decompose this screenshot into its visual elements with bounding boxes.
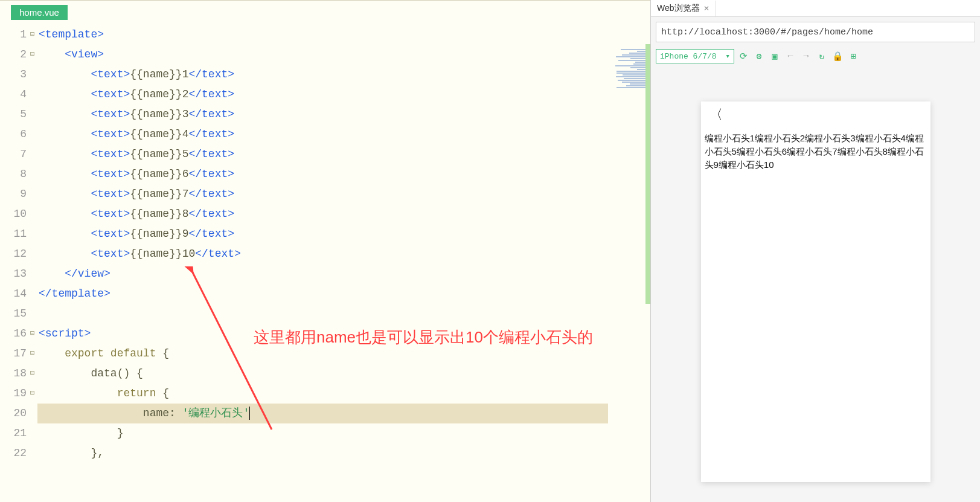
line-number: 9 xyxy=(0,184,29,204)
minimap[interactable] xyxy=(608,20,650,502)
line-number: 19 xyxy=(0,384,29,404)
line-number: 21 xyxy=(0,423,29,443)
code-line[interactable]: <text>{{name}}1</text> xyxy=(37,65,608,85)
chevron-down-icon: ▾ xyxy=(725,51,730,61)
line-number: 18 xyxy=(0,364,29,384)
editor-tab-bar: home.vue xyxy=(0,1,650,20)
code-line[interactable]: name: '编程小石头' xyxy=(37,404,608,423)
url-input[interactable]: http://localhost:3000/#/pages/home/home xyxy=(656,22,975,42)
code-editor-panel: home.vue 1234567891011121314151617181920… xyxy=(0,0,650,502)
code-line[interactable]: data() { xyxy=(37,364,608,384)
device-select-label: iPhone 6/7/8 xyxy=(660,52,717,61)
line-number: 12 xyxy=(0,244,29,264)
preview-area: 〈 编程小石头1编程小石头2编程小石头3编程小石头4编程小石头5编程小石头6编程… xyxy=(651,65,980,502)
code-line[interactable]: </view> xyxy=(37,264,608,284)
settings-icon[interactable]: ⚙ xyxy=(752,50,766,63)
line-number: 5 xyxy=(0,105,29,124)
code-line[interactable]: }, xyxy=(37,443,608,463)
code-line[interactable]: } xyxy=(37,423,608,443)
fold-marker[interactable]: ⊟ xyxy=(29,384,37,404)
fold-marker[interactable] xyxy=(29,304,37,324)
line-number: 14 xyxy=(0,284,29,304)
code-line[interactable]: <text>{{name}}4</text> xyxy=(37,124,608,144)
editor-tab-active[interactable]: home.vue xyxy=(11,5,68,20)
code-line[interactable]: <view> xyxy=(37,45,608,65)
fold-marker[interactable] xyxy=(29,105,37,124)
line-number: 11 xyxy=(0,224,29,244)
fold-marker[interactable]: ⊟ xyxy=(29,364,37,384)
fold-marker[interactable] xyxy=(29,244,37,264)
code-content[interactable]: <template> <view> <text>{{name}}1</text>… xyxy=(37,20,608,502)
preview-content: 编程小石头1编程小石头2编程小石头3编程小石头4编程小石头5编程小石头6编程小石… xyxy=(701,128,930,175)
fold-marker[interactable] xyxy=(29,404,37,423)
lock-icon[interactable]: 🔒 xyxy=(831,50,844,63)
back-icon[interactable]: ← xyxy=(784,50,797,63)
code-line[interactable]: <text>{{name}}9</text> xyxy=(37,224,608,244)
code-line[interactable]: <template> xyxy=(37,25,608,45)
fold-marker[interactable] xyxy=(29,124,37,144)
line-number: 17 xyxy=(0,344,29,364)
fold-marker[interactable] xyxy=(29,443,37,463)
line-number: 20 xyxy=(0,404,29,423)
fold-marker[interactable] xyxy=(29,164,37,184)
fold-marker[interactable] xyxy=(29,65,37,85)
fold-marker[interactable] xyxy=(29,184,37,204)
fold-marker[interactable]: ⊟ xyxy=(29,25,37,45)
phone-nav-bar: 〈 xyxy=(701,101,930,128)
line-number: 3 xyxy=(0,65,29,85)
vertical-scrollbar[interactable] xyxy=(645,44,650,304)
fold-marker[interactable] xyxy=(29,423,37,443)
code-line[interactable]: <text>{{name}}2</text> xyxy=(37,85,608,105)
line-number: 13 xyxy=(0,264,29,284)
line-number: 10 xyxy=(0,204,29,224)
code-line[interactable] xyxy=(37,304,608,324)
fold-column: ⊟⊟⊟⊟⊟⊟ xyxy=(29,20,37,502)
line-number: 16 xyxy=(0,324,29,344)
code-line[interactable]: export default { xyxy=(37,344,608,364)
refresh-icon[interactable]: ⟳ xyxy=(737,50,750,63)
code-line[interactable]: <script> xyxy=(37,324,608,344)
close-icon[interactable]: ✕ xyxy=(703,4,709,13)
fold-marker[interactable]: ⊟ xyxy=(29,344,37,364)
line-number: 2 xyxy=(0,45,29,65)
fold-marker[interactable]: ⊟ xyxy=(29,324,37,344)
phone-frame: 〈 编程小石头1编程小石头2编程小石头3编程小石头4编程小石头5编程小石头6编程… xyxy=(701,101,930,482)
line-number: 15 xyxy=(0,304,29,324)
browser-tab[interactable]: Web浏览器 ✕ xyxy=(651,1,716,16)
line-number: 7 xyxy=(0,144,29,164)
code-line[interactable]: <text>{{name}}10</text> xyxy=(37,244,608,264)
back-chevron-icon[interactable]: 〈 xyxy=(709,106,723,124)
grid-icon[interactable]: ⊞ xyxy=(847,50,860,63)
reload-icon[interactable]: ↻ xyxy=(815,50,828,63)
code-line[interactable]: </template> xyxy=(37,284,608,304)
fold-marker[interactable] xyxy=(29,264,37,284)
browser-toolbar: iPhone 6/7/8 ▾ ⟳ ⚙ ▣ ← → ↻ 🔒 ⊞ xyxy=(651,47,980,65)
line-number: 8 xyxy=(0,164,29,184)
line-number-gutter: 12345678910111213141516171819202122 xyxy=(0,20,29,502)
line-number: 22 xyxy=(0,443,29,463)
line-number: 6 xyxy=(0,124,29,144)
fold-marker[interactable] xyxy=(29,144,37,164)
browser-tab-bar: Web浏览器 ✕ xyxy=(651,0,980,17)
fold-marker[interactable] xyxy=(29,224,37,244)
line-number: 1 xyxy=(0,25,29,45)
forward-icon[interactable]: → xyxy=(799,50,813,63)
device-select[interactable]: iPhone 6/7/8 ▾ xyxy=(656,49,734,63)
code-line[interactable]: return { xyxy=(37,384,608,404)
fold-marker[interactable] xyxy=(29,204,37,224)
browser-tab-label: Web浏览器 xyxy=(657,3,700,14)
code-line[interactable]: <text>{{name}}7</text> xyxy=(37,184,608,204)
fold-marker[interactable] xyxy=(29,85,37,105)
code-line[interactable]: <text>{{name}}6</text> xyxy=(37,164,608,184)
fold-marker[interactable]: ⊟ xyxy=(29,45,37,65)
code-line[interactable]: <text>{{name}}3</text> xyxy=(37,105,608,124)
code-line[interactable]: <text>{{name}}5</text> xyxy=(37,144,608,164)
fold-marker[interactable] xyxy=(29,284,37,304)
browser-panel: Web浏览器 ✕ http://localhost:3000/#/pages/h… xyxy=(650,0,980,502)
screenshot-icon[interactable]: ▣ xyxy=(768,50,781,63)
code-line[interactable]: <text>{{name}}8</text> xyxy=(37,204,608,224)
line-number: 4 xyxy=(0,85,29,105)
